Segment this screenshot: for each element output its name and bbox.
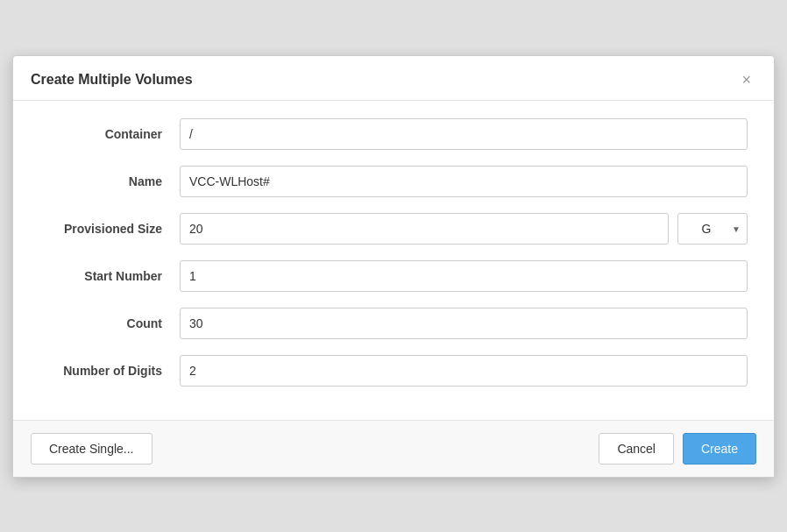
dialog-footer: Create Single... Cancel Create bbox=[13, 420, 774, 477]
create-single-button[interactable]: Create Single... bbox=[31, 433, 152, 465]
close-button[interactable]: × bbox=[736, 70, 756, 89]
provisioned-size-input[interactable] bbox=[180, 213, 669, 245]
size-unit-wrapper: M G T bbox=[677, 213, 748, 245]
size-unit-select[interactable]: M G T bbox=[677, 213, 748, 245]
count-input[interactable] bbox=[180, 308, 748, 339]
create-multiple-volumes-dialog: Create Multiple Volumes × Container Name… bbox=[12, 55, 775, 478]
number-of-digits-input[interactable] bbox=[180, 355, 748, 387]
footer-right-buttons: Cancel Create bbox=[599, 433, 756, 465]
container-row: Container bbox=[39, 118, 748, 150]
name-row: Name bbox=[39, 166, 748, 197]
count-label: Count bbox=[39, 316, 180, 330]
name-label: Name bbox=[39, 174, 180, 188]
number-of-digits-row: Number of Digits bbox=[39, 355, 748, 387]
size-row: M G T bbox=[180, 213, 748, 245]
container-label: Container bbox=[39, 127, 180, 141]
start-number-label: Start Number bbox=[39, 269, 180, 283]
start-number-row: Start Number bbox=[39, 260, 748, 292]
dialog-body: Container Name Provisioned Size M G T bbox=[13, 101, 774, 420]
provisioned-size-row: Provisioned Size M G T bbox=[39, 213, 748, 245]
provisioned-size-label: Provisioned Size bbox=[39, 222, 180, 236]
cancel-button[interactable]: Cancel bbox=[599, 433, 674, 465]
dialog-header: Create Multiple Volumes × bbox=[13, 56, 774, 101]
container-input[interactable] bbox=[180, 118, 748, 150]
name-input[interactable] bbox=[180, 166, 748, 197]
dialog-title: Create Multiple Volumes bbox=[31, 72, 193, 88]
count-row: Count bbox=[39, 308, 748, 339]
start-number-input[interactable] bbox=[180, 260, 748, 292]
number-of-digits-label: Number of Digits bbox=[39, 364, 180, 378]
create-button[interactable]: Create bbox=[683, 433, 756, 465]
